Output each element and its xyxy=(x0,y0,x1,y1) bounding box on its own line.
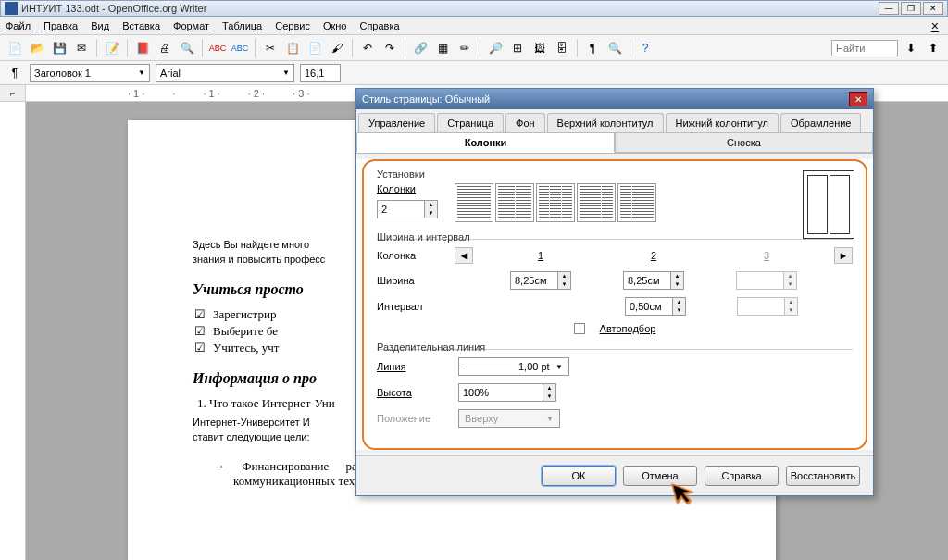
tab-columns[interactable]: Колонки xyxy=(356,133,615,153)
columns-value[interactable] xyxy=(378,201,424,218)
preset-1col[interactable] xyxy=(455,183,493,222)
save-icon[interactable]: 💾 xyxy=(50,39,69,57)
v-ruler[interactable] xyxy=(0,102,26,560)
email-icon[interactable]: ✉ xyxy=(72,39,91,57)
dialog-tabs-row2: Колонки Сноска xyxy=(356,133,873,154)
preview-icon[interactable]: 🔍 xyxy=(178,39,196,57)
interval2-spinner: ▲▼ xyxy=(737,297,798,316)
dialog-title: Стиль страницы: Обычный xyxy=(362,93,490,105)
menu-format[interactable]: Формат xyxy=(173,20,209,31)
tab-page[interactable]: Страница xyxy=(437,113,504,132)
width2-spinner[interactable]: ▲▼ xyxy=(623,271,684,290)
col-number-3: 3 xyxy=(764,250,769,261)
menu-insert[interactable]: Вставка xyxy=(122,20,160,31)
spell-abc-icon[interactable]: ABC xyxy=(208,39,227,57)
preset-2col-left[interactable] xyxy=(577,183,616,222)
menu-file[interactable]: Файл xyxy=(6,20,31,31)
tab-management[interactable]: Управление xyxy=(358,113,435,132)
help-button[interactable]: Справка xyxy=(705,466,779,486)
restore-button[interactable]: Восстановить xyxy=(786,466,860,486)
spin-down-icon[interactable]: ▼ xyxy=(424,209,437,218)
spin-up-icon[interactable]: ▲ xyxy=(424,201,437,209)
tab-footnote[interactable]: Сноска xyxy=(615,133,873,153)
menu-edit[interactable]: Правка xyxy=(44,20,78,31)
columns-spinner[interactable]: ▲▼ xyxy=(377,200,438,218)
pdf-icon[interactable]: 📕 xyxy=(133,39,152,57)
help-icon[interactable]: ? xyxy=(636,39,655,57)
cut-icon[interactable]: ✂ xyxy=(261,39,280,57)
font-combo[interactable]: Arial▼ xyxy=(156,64,294,82)
autofit-checkbox[interactable] xyxy=(574,323,585,334)
new-doc-icon[interactable]: 📄 xyxy=(6,39,24,57)
doc-close-icon[interactable]: × xyxy=(931,19,939,33)
open-icon[interactable]: 📂 xyxy=(28,39,46,57)
menu-view[interactable]: Вид xyxy=(91,20,109,31)
format-toolbar: ¶ Заголовок 1▼ Arial▼ 16,1 xyxy=(0,61,948,85)
paste-icon[interactable]: 📄 xyxy=(306,39,324,57)
find-down-icon[interactable]: ⬇ xyxy=(902,39,920,57)
col-next-icon[interactable]: ► xyxy=(834,247,853,264)
tab-border[interactable]: Обрамление xyxy=(780,113,862,132)
preset-3col[interactable] xyxy=(536,183,575,222)
size-combo[interactable]: 16,1 xyxy=(300,64,341,82)
menu-help[interactable]: Справка xyxy=(359,20,399,31)
redo-icon[interactable]: ↷ xyxy=(380,39,399,57)
style-combo[interactable]: Заголовок 1▼ xyxy=(30,64,150,82)
dialog-button-row: ОК Отмена Справка Восстановить xyxy=(356,455,873,495)
autofit-label: Автоподбор xyxy=(600,323,656,334)
menu-bar: Файл Правка Вид Вставка Формат Таблица С… xyxy=(0,17,948,35)
highlighted-area: Установки Колонки ▲▼ Ши xyxy=(362,159,867,450)
find-icon[interactable]: 🔎 xyxy=(486,39,505,57)
menu-service[interactable]: Сервис xyxy=(275,20,310,31)
tab-header[interactable]: Верхний колонтитул xyxy=(547,113,664,132)
copy-icon[interactable]: 📋 xyxy=(283,39,302,57)
find-input[interactable] xyxy=(831,40,898,56)
nav-icon[interactable]: ⊞ xyxy=(508,39,527,57)
preset-2col-right[interactable] xyxy=(617,183,656,222)
menu-window[interactable]: Окно xyxy=(323,20,347,31)
col-number-2: 2 xyxy=(651,250,656,261)
cancel-button[interactable]: Отмена xyxy=(623,466,697,486)
edit-icon[interactable]: 📝 xyxy=(103,39,121,57)
dialog-titlebar[interactable]: Стиль страницы: Обычный ✕ xyxy=(356,89,873,109)
width-interval-label: Ширина и интервал xyxy=(377,231,853,243)
gallery-icon[interactable]: 🖼 xyxy=(530,39,549,57)
width1-spinner[interactable]: ▲▼ xyxy=(510,271,571,290)
close-button[interactable]: ✕ xyxy=(923,2,943,15)
spell-auto-icon[interactable]: ABC xyxy=(231,39,249,57)
ruler-corner: ⌐ xyxy=(0,85,26,101)
height-label: Высота xyxy=(377,387,451,398)
interval1-spinner[interactable]: ▲▼ xyxy=(625,297,686,316)
zoom-icon[interactable]: 🔍 xyxy=(605,39,624,57)
datasource-icon[interactable]: 🗄 xyxy=(553,39,571,57)
minimize-button[interactable]: — xyxy=(879,2,899,15)
ok-button[interactable]: ОК xyxy=(542,466,616,486)
print-icon[interactable]: 🖨 xyxy=(156,39,174,57)
preset-2col[interactable] xyxy=(495,183,534,222)
menu-table[interactable]: Таблица xyxy=(222,20,262,31)
col-number-1: 1 xyxy=(538,250,543,261)
para-icon[interactable]: ¶ xyxy=(583,39,602,57)
settings-group-label: Установки xyxy=(377,168,853,180)
col-prev-icon[interactable]: ◄ xyxy=(455,247,473,264)
undo-icon[interactable]: ↶ xyxy=(358,39,377,57)
tab-footer[interactable]: Нижний колонтитул xyxy=(666,113,779,132)
window-title: ИНТУИТ 133.odt - OpenOffice.org Writer xyxy=(21,3,877,14)
height-spinner[interactable]: ▲▼ xyxy=(458,383,556,402)
page-style-dialog: Стиль страницы: Обычный ✕ Управление Стр… xyxy=(356,88,874,496)
divider-group-label: Разделительная линия xyxy=(377,342,853,353)
table-icon[interactable]: ▦ xyxy=(433,39,452,57)
brush-icon[interactable]: 🖌 xyxy=(328,39,346,57)
styles-icon[interactable]: ¶ xyxy=(6,64,24,82)
dialog-close-icon[interactable]: ✕ xyxy=(849,92,867,106)
column-header-label: Колонка xyxy=(377,250,443,261)
width3-spinner: ▲▼ xyxy=(736,271,797,290)
maximize-button[interactable]: ❐ xyxy=(901,2,921,15)
find-up-icon[interactable]: ⬆ xyxy=(924,39,942,57)
tab-background[interactable]: Фон xyxy=(505,113,545,132)
line-combo[interactable]: 1,00 pt▼ xyxy=(458,357,569,376)
draw-icon[interactable]: ✏ xyxy=(455,39,474,57)
dialog-body: Установки Колонки ▲▼ Ши xyxy=(356,159,873,450)
standard-toolbar: 📄 📂 💾 ✉ 📝 📕 🖨 🔍 ABC ABC ✂ 📋 📄 🖌 ↶ ↷ 🔗 ▦ … xyxy=(0,35,948,61)
link-icon[interactable]: 🔗 xyxy=(411,39,430,57)
